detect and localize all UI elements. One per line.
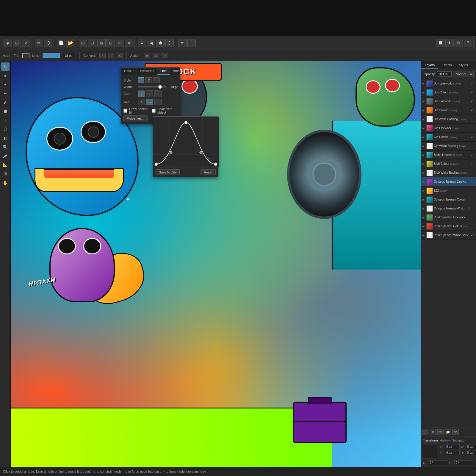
layer-girl-colour[interactable]: ▶ Girl Colour (Layer) ✓ — [421, 133, 476, 142]
properties-btn[interactable]: Properties... — [123, 115, 148, 121]
tab-brushes[interactable]: Brushes — [170, 68, 188, 75]
tab-navigator[interactable]: Navigator — [452, 439, 466, 442]
btn-bool3[interactable]: ⬟ — [156, 39, 165, 47]
layer-fx-btn[interactable]: fx — [437, 429, 444, 435]
layer-add-mask-btn[interactable]: ✏ — [430, 429, 436, 435]
btn-align5[interactable]: ⊕ — [116, 39, 124, 47]
handle-left-point[interactable] — [170, 151, 172, 154]
tool-zoom[interactable]: 🔍 — [1, 143, 10, 151]
layer-blob-colour[interactable]: ▶ Blob Colour (Layer) ✓ — [421, 159, 476, 168]
blend-mode-select[interactable]: Normal — [453, 71, 474, 77]
width-slider[interactable] — [138, 86, 167, 87]
tool-eyedrop[interactable]: 💉 — [1, 152, 10, 160]
s-input[interactable] — [454, 460, 475, 465]
btn-align2[interactable]: ⊟ — [88, 39, 96, 47]
x-input[interactable] — [445, 444, 460, 449]
style-none-btn[interactable]: ∅ — [145, 77, 152, 83]
tool-pointer[interactable]: ↖ — [1, 62, 10, 71]
btn-bool4[interactable]: ⬡ — [165, 39, 174, 47]
r-input[interactable] — [428, 460, 448, 465]
fill-color-box[interactable] — [22, 53, 29, 58]
btn-bool2[interactable]: ◀ — [147, 39, 155, 47]
layer-add-group-btn[interactable]: ⬚ — [422, 429, 429, 435]
layer-punk-colour[interactable]: ▶ Punk Speaker Colour (La... — [421, 222, 476, 231]
y-input[interactable] — [445, 450, 460, 455]
layer-visible[interactable]: ✓ — [471, 99, 475, 103]
opacity-input[interactable] — [437, 71, 452, 77]
action-remove-btn[interactable]: ⊗ — [153, 53, 159, 58]
layer-visible[interactable]: ✓ — [471, 162, 475, 166]
layer-boy-linework[interactable]: ▶ Boy Linework (Layer) ✓ — [421, 79, 476, 88]
btn-transform[interactable]: ⊗ — [125, 39, 133, 47]
btn-align[interactable]: ⊞ — [79, 39, 87, 47]
tool-shape[interactable]: ⬡ — [1, 125, 10, 133]
layer-girl-white-backing[interactable]: ▶ Girl White Backing (Layer — [421, 142, 476, 151]
btn-bool1[interactable]: ▲ — [138, 39, 146, 47]
tool-view[interactable]: ⊞ — [13, 39, 21, 47]
tool-paint[interactable]: 🖌 — [1, 98, 10, 107]
action-add-btn[interactable]: ⊕ — [144, 53, 150, 58]
btn-pen2[interactable]: ⌒ — [187, 39, 196, 47]
line-size-input[interactable] — [63, 53, 76, 58]
btn-open[interactable]: 📂 — [66, 39, 74, 47]
tool-pen-draw[interactable]: ✒ — [1, 89, 10, 98]
tool-node-edit[interactable]: ◈ — [1, 71, 10, 80]
width-slider-thumb[interactable] — [158, 85, 162, 89]
line-color-box[interactable] — [43, 53, 60, 58]
tab-line[interactable]: Line — [157, 68, 170, 75]
layer-blob-white-backing[interactable]: ▶ Blob White Backing (Gro... — [421, 168, 476, 177]
btn-align3[interactable]: ⊠ — [97, 39, 106, 47]
convert-smooth-btn[interactable]: ⌢ — [108, 53, 114, 58]
tool-text[interactable]: T — [1, 116, 10, 124]
cap-round-btn[interactable]: ○ — [146, 90, 153, 97]
convert-sharp-btn[interactable]: ∧ — [99, 53, 106, 58]
tab-styles[interactable]: Styles — [455, 61, 471, 69]
curve-point-top[interactable] — [184, 121, 187, 124]
layer-visible[interactable]: ✓ — [471, 82, 475, 85]
btn-help[interactable]: ? — [464, 39, 472, 47]
btn-pen[interactable]: ✒ — [178, 39, 187, 47]
btn-view2[interactable]: 👁 — [445, 39, 454, 47]
btn-new[interactable]: 📄 — [57, 39, 65, 47]
tool-crop[interactable]: ✂ — [1, 80, 10, 89]
layer-add-btn[interactable]: 📁 — [445, 429, 451, 435]
join-bevel-btn[interactable]: ⌒ — [154, 99, 162, 105]
join-round-btn[interactable]: ⌢ — [146, 99, 153, 105]
style-dashed-btn[interactable]: - - — [153, 77, 160, 83]
reset-btn[interactable]: Reset — [201, 169, 216, 175]
draw-behind-checkbox[interactable] — [123, 109, 127, 113]
cap-square-btn[interactable]: □ — [154, 90, 162, 97]
join-miter-btn[interactable]: ∧ — [138, 99, 145, 105]
h-input[interactable] — [466, 450, 476, 455]
tool-pixel[interactable]: ⬡ — [44, 39, 52, 47]
layer-punk-white[interactable]: ▶ Punk Speaker White Back ✓ — [421, 231, 476, 240]
tool-slice[interactable]: ⊞ — [1, 170, 10, 178]
layer-girl-linework[interactable]: ▶ Girl Linework (Layer) — [421, 124, 476, 133]
layer-octopus-linework[interactable]: ▶ Octopus Taxman Linewo ✓ — [421, 177, 476, 186]
tab-history[interactable]: History — [440, 439, 450, 442]
layer-zzz[interactable]: ▶ ZZZ (Layer) — [421, 186, 476, 195]
tool-measure[interactable]: 📐 — [1, 161, 10, 169]
layer-bin-white-backing[interactable]: ▶ Bin White Backing (Layer) — [421, 115, 476, 124]
scale-with-object-checkbox[interactable] — [152, 109, 156, 113]
w-input[interactable] — [466, 444, 476, 449]
layer-punk-linework[interactable]: ▶ Punk Speaker Linework — [421, 213, 476, 222]
convert-auto-btn[interactable]: ∧ — [117, 53, 123, 58]
style-solid-btn[interactable]: — — [138, 77, 144, 83]
save-profile-btn[interactable]: Save Profile — [156, 169, 180, 175]
tab-layers[interactable]: Layers — [421, 61, 438, 69]
tab-swatches[interactable]: Swatches — [137, 68, 157, 75]
layer-visible[interactable]: ✓ — [471, 233, 475, 237]
btn-align4[interactable]: ⊡ — [107, 39, 115, 47]
tool-node[interactable]: ◈ — [4, 39, 12, 47]
layer-bin-linework[interactable]: ▶ Bin Linework (Layer) ✓ — [421, 97, 476, 106]
layer-visible[interactable]: ✓ — [471, 180, 475, 184]
layer-delete-btn[interactable]: 🗑 — [452, 429, 459, 435]
tab-effects[interactable]: Effects — [438, 61, 455, 69]
layer-visible[interactable]: ✓ — [471, 108, 475, 112]
tab-colour[interactable]: Colour — [121, 68, 137, 75]
tool-fill[interactable]: ⬟ — [1, 107, 10, 115]
action-smooth-btn[interactable]: ∿ — [162, 53, 168, 58]
cap-flat-btn[interactable]: | — [138, 90, 145, 97]
layer-octopus-colour[interactable]: ▶ Octopus Taxman Colour — [421, 195, 476, 204]
